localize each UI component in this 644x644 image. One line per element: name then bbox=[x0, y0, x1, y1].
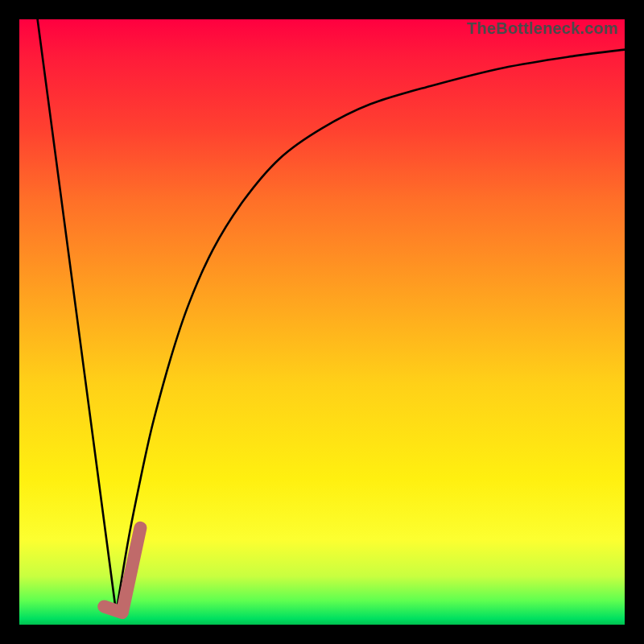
series-left-descent bbox=[38, 19, 117, 613]
chart-svg bbox=[19, 19, 625, 625]
series-right-curve bbox=[116, 50, 625, 613]
chart-frame: TheBottleneck.com bbox=[0, 0, 644, 644]
plot-area: TheBottleneck.com bbox=[19, 19, 625, 625]
